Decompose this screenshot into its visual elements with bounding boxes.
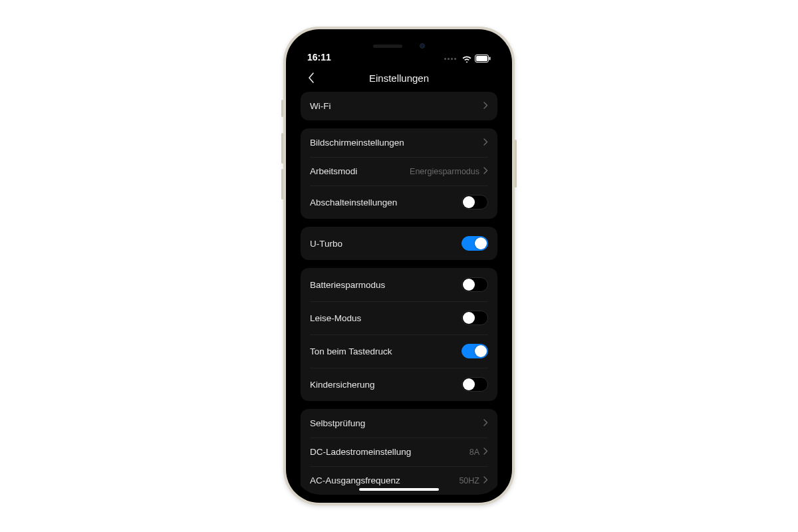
- row-label: AC-Ausgangsfrequenz: [310, 475, 459, 485]
- toggle-leise-modus[interactable]: [462, 311, 488, 325]
- row-arbeitsmodi[interactable]: Arbeitsmodi Energiesparmodus: [301, 157, 497, 186]
- row-label: Leise-Modus: [310, 313, 462, 323]
- row-label: Wi-Fi: [310, 101, 483, 111]
- row-label: Selbstprüfung: [310, 418, 483, 428]
- settings-group: Bildschirmeinstellungen Arbeitsmodi Ener…: [301, 128, 497, 219]
- svg-rect-1: [476, 56, 487, 61]
- row-value: 8A: [469, 448, 479, 457]
- volume-down-button: [281, 169, 283, 200]
- phone-frame: 16:11 Einstellungen: [283, 27, 515, 505]
- row-u-turbo: U-Turbo: [301, 227, 497, 260]
- status-time: 16:11: [307, 52, 331, 63]
- wifi-icon: [462, 55, 472, 63]
- settings-group: U-Turbo: [301, 227, 497, 260]
- page-title: Einstellungen: [369, 72, 429, 84]
- power-button: [515, 140, 517, 188]
- row-label: Abschalteinstellungen: [310, 198, 462, 207]
- toggle-kindersicherung[interactable]: [462, 377, 488, 392]
- chevron-right-icon: [483, 138, 488, 148]
- chevron-right-icon: [483, 101, 488, 111]
- settings-list[interactable]: Wi-Fi Bildschirmeinstellungen Arbeitsmod…: [294, 92, 504, 495]
- battery-icon: [475, 55, 491, 63]
- row-label: Batteriesparmodus: [310, 280, 462, 290]
- row-batteriesparmodus: Batteriesparmodus: [301, 268, 497, 301]
- row-label: Ton beim Tastedruck: [310, 346, 462, 356]
- row-wi-fi[interactable]: Wi-Fi: [301, 92, 497, 120]
- row-bildschirmeinstellungen[interactable]: Bildschirmeinstellungen: [301, 128, 497, 157]
- svg-rect-2: [489, 57, 491, 61]
- row-kindersicherung: Kindersicherung: [301, 368, 497, 401]
- page-header: Einstellungen: [294, 64, 504, 92]
- row-abschalteinstellungen: Abschalteinstellungen: [301, 186, 497, 219]
- screen: 16:11 Einstellungen: [294, 37, 504, 495]
- chevron-right-icon: [483, 418, 488, 428]
- chevron-right-icon: [483, 447, 488, 457]
- chevron-right-icon: [483, 166, 488, 176]
- row-label: Bildschirmeinstellungen: [310, 138, 483, 148]
- toggle-ton-beim-tastedruck[interactable]: [462, 344, 488, 358]
- row-value: 50HZ: [459, 476, 479, 485]
- row-leise-modus: Leise-Modus: [301, 301, 497, 334]
- settings-group: Selbstprüfung DC-Ladestromeinstellung 8A…: [301, 409, 497, 495]
- row-dc-ladestromeinstellung[interactable]: DC-Ladestromeinstellung 8A: [301, 438, 497, 466]
- toggle-batteriesparmodus[interactable]: [462, 277, 488, 292]
- notch: [349, 37, 449, 55]
- row-selbstpruefung[interactable]: Selbstprüfung: [301, 409, 497, 438]
- back-button[interactable]: [303, 70, 319, 86]
- row-label: DC-Ladestromeinstellung: [310, 447, 469, 457]
- toggle-u-turbo[interactable]: [462, 236, 488, 251]
- mute-switch: [281, 100, 283, 117]
- row-value: Energiesparmodus: [410, 167, 479, 176]
- row-label: Kindersicherung: [310, 380, 462, 390]
- carrier-dots-icon: [444, 58, 456, 60]
- toggle-abschalteinstellungen[interactable]: [462, 195, 488, 209]
- home-indicator[interactable]: [359, 488, 439, 491]
- row-ton-beim-tastedruck: Ton beim Tastedruck: [301, 334, 497, 368]
- settings-group: Wi-Fi: [301, 92, 497, 120]
- chevron-right-icon: [483, 475, 488, 485]
- volume-up-button: [281, 133, 283, 164]
- settings-group: Batteriesparmodus Leise-Modus Ton beim T…: [301, 268, 497, 401]
- row-label: Arbeitsmodi: [310, 166, 410, 176]
- row-label: U-Turbo: [310, 239, 462, 249]
